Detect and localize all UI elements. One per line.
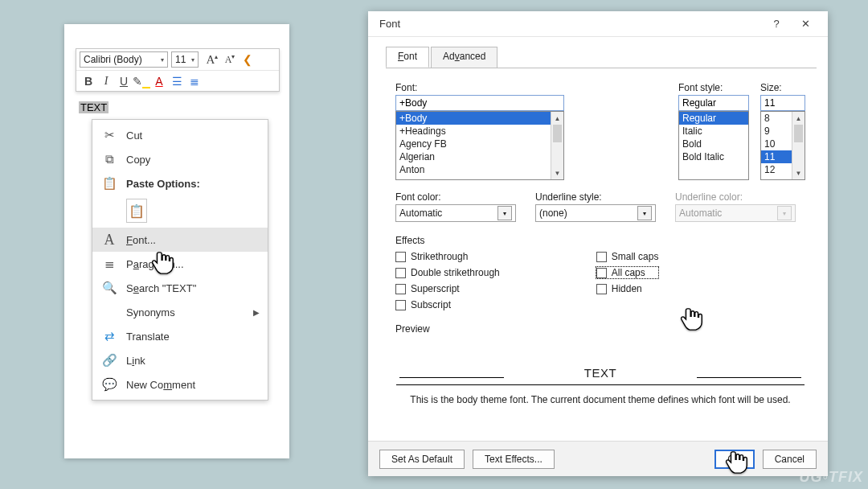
- paste-keep-source-button[interactable]: 📋: [126, 199, 147, 223]
- clipboard-icon: 📋: [100, 176, 118, 191]
- cm-link[interactable]: 🔗 Link: [92, 348, 268, 372]
- set-default-button[interactable]: Set As Default: [379, 450, 465, 469]
- bold-button[interactable]: B: [80, 72, 97, 90]
- scroll-up-icon[interactable]: ▲: [551, 112, 563, 125]
- style-label: Font style:: [678, 82, 749, 93]
- underline-style-dropdown[interactable]: (none) ▾: [535, 204, 656, 222]
- scroll-thumb[interactable]: [794, 125, 803, 142]
- font-color-group: Font color: Automatic ▾: [395, 191, 516, 222]
- underline-style-group: Underline style: (none) ▾: [535, 191, 656, 222]
- ok-button[interactable]: OK: [714, 450, 754, 469]
- preview-hint: This is the body theme font. The current…: [395, 394, 805, 405]
- cm-copy[interactable]: ⧉ Copy: [92, 147, 268, 171]
- chevron-down-icon: ▾: [637, 206, 652, 220]
- style-column: Font style: Regular Italic Bold Bold Ita…: [678, 82, 749, 180]
- font-listbox[interactable]: +Body +Headings Agency FB Algerian Anton…: [395, 111, 564, 180]
- scroll-down-icon[interactable]: ▼: [792, 166, 805, 179]
- font-name-value: Calibri (Body): [84, 54, 142, 65]
- cm-new-comment[interactable]: 💬 New Comment: [92, 372, 268, 397]
- translate-icon: ⇄: [100, 329, 118, 343]
- scrollbar[interactable]: ▲ ▼: [551, 112, 563, 179]
- chevron-down-icon: ▾: [161, 56, 164, 64]
- list-item[interactable]: Italic: [679, 125, 748, 138]
- preview-text: TEXT: [584, 366, 616, 380]
- link-icon: 🔗: [100, 353, 118, 368]
- font-label: Font:: [395, 82, 667, 93]
- tab-font[interactable]: Font: [386, 47, 429, 68]
- cancel-button[interactable]: Cancel: [763, 450, 817, 469]
- cm-font[interactable]: A Font...: [92, 228, 268, 252]
- format-painter-button[interactable]: ❮: [239, 51, 256, 68]
- underline-color-group: Underline color: Automatic ▾: [675, 191, 796, 222]
- cm-translate[interactable]: ⇄ Translate: [92, 324, 268, 348]
- underline-color-dropdown: Automatic ▾: [675, 204, 796, 222]
- font-size-value: 11: [175, 54, 186, 65]
- cm-paste-options: 📋: [92, 195, 268, 228]
- chevron-down-icon: ▾: [191, 56, 194, 64]
- cm-paragraph[interactable]: ≣ Paragraph...: [92, 252, 268, 276]
- comment-icon: 💬: [100, 377, 118, 392]
- list-item[interactable]: +Body: [396, 112, 563, 125]
- list-item[interactable]: Bold: [679, 138, 748, 150]
- chk-strikethrough[interactable]: Strikethrough: [395, 251, 500, 262]
- text-effects-button[interactable]: Text Effects...: [473, 450, 555, 469]
- list-item[interactable]: +Headings: [396, 125, 563, 138]
- list-item[interactable]: Anton: [396, 163, 563, 176]
- scroll-up-icon[interactable]: ▲: [792, 112, 805, 125]
- effects-label: Effects: [395, 235, 805, 246]
- style-listbox[interactable]: Regular Italic Bold Bold Italic: [678, 111, 749, 180]
- font-color-label: Font color:: [395, 191, 516, 203]
- grow-font-button[interactable]: A▴: [203, 51, 221, 68]
- chk-superscript[interactable]: Superscript: [395, 283, 500, 294]
- underline-style-label: Underline style:: [535, 191, 656, 203]
- chevron-right-icon: ▶: [253, 308, 260, 317]
- cm-search[interactable]: 🔍 Search "TEXT": [92, 276, 268, 300]
- preview-rule-left: [399, 377, 504, 378]
- mini-toolbar: Calibri (Body) ▾ 11 ▾ A▴ A▾ ❮ B I U ✎ A …: [76, 48, 280, 92]
- shrink-font-button[interactable]: A▾: [221, 51, 239, 68]
- style-input[interactable]: [678, 95, 749, 111]
- help-button[interactable]: ?: [762, 13, 791, 35]
- font-size-combo[interactable]: 11 ▾: [171, 51, 199, 68]
- font-a-icon: A: [100, 232, 118, 249]
- list-item[interactable]: Bold Italic: [679, 150, 748, 163]
- font-input[interactable]: [395, 95, 564, 111]
- chk-double-strikethrough[interactable]: Double strikethrough: [395, 267, 500, 278]
- list-item[interactable]: Regular: [679, 112, 748, 125]
- scrollbar[interactable]: ▲ ▼: [792, 112, 805, 179]
- list-item[interactable]: Algerian: [396, 150, 563, 163]
- preview-box: TEXT: [396, 340, 805, 385]
- size-column: Size: 8 9 10 11 12 ▲ ▼: [760, 82, 805, 180]
- font-color-button[interactable]: A: [150, 72, 168, 90]
- font-dialog: Font ? ✕ Font Advanced Font: +Body +Head…: [368, 11, 828, 476]
- context-menu: ✂ Cut ⧉ Copy 📋 Paste Options: 📋 A Font..…: [92, 119, 268, 401]
- size-label: Size:: [760, 82, 805, 93]
- highlight-button[interactable]: ✎: [133, 72, 150, 90]
- chk-small-caps[interactable]: Small caps: [596, 251, 659, 262]
- chk-all-caps[interactable]: All caps: [596, 267, 659, 278]
- underline-button[interactable]: U: [115, 72, 133, 90]
- chk-subscript[interactable]: Subscript: [395, 299, 500, 310]
- preview-rule-right: [697, 377, 801, 378]
- list-item[interactable]: Agency FB: [396, 138, 563, 150]
- font-name-combo[interactable]: Calibri (Body) ▾: [80, 51, 168, 68]
- bullets-button[interactable]: ☰: [168, 72, 186, 90]
- size-listbox[interactable]: 8 9 10 11 12 ▲ ▼: [760, 111, 805, 180]
- cm-cut[interactable]: ✂ Cut: [92, 123, 268, 147]
- tab-advanced[interactable]: Advanced: [431, 47, 497, 68]
- cm-paste-header: 📋 Paste Options:: [92, 171, 268, 195]
- cm-synonyms[interactable]: Synonyms ▶: [92, 300, 268, 324]
- dialog-title: Font: [379, 18, 762, 30]
- numbering-button[interactable]: ≣: [186, 72, 203, 90]
- document-with-context-menu: Calibri (Body) ▾ 11 ▾ A▴ A▾ ❮ B I U ✎ A …: [64, 24, 289, 458]
- selected-text: TEXT: [79, 101, 108, 113]
- italic-button[interactable]: I: [97, 72, 115, 90]
- chk-hidden[interactable]: Hidden: [596, 283, 659, 294]
- scroll-down-icon[interactable]: ▼: [551, 166, 563, 179]
- preview-label: Preview: [395, 323, 805, 335]
- search-icon: 🔍: [100, 281, 118, 295]
- size-input[interactable]: [760, 95, 805, 111]
- font-color-dropdown[interactable]: Automatic ▾: [395, 204, 516, 222]
- scroll-thumb[interactable]: [553, 125, 562, 142]
- close-button[interactable]: ✕: [791, 13, 820, 35]
